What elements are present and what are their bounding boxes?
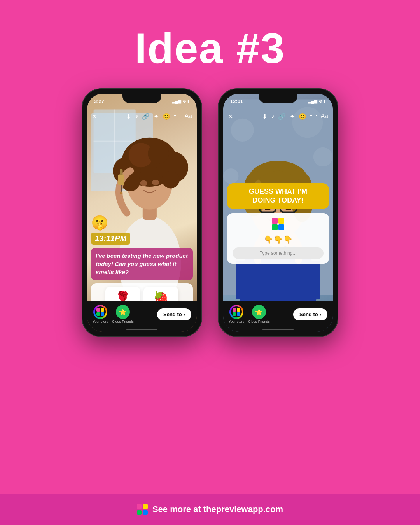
phone-2-bottom-bar: Your story ⭐ Close Friends Send to › (223, 301, 333, 332)
phone-2-time: 12:01 (230, 98, 243, 104)
your-story-dest-2[interactable]: Your story (229, 305, 244, 324)
svg-rect-16 (120, 169, 122, 175)
svg-point-23 (223, 168, 238, 184)
logo-pink (272, 218, 278, 224)
send-to-button-1[interactable]: Send to › (157, 308, 191, 320)
squiggle-icon-2[interactable]: 〰 (310, 113, 317, 120)
phone-2-wrapper: 12:01 ▂▄▆ ⊙ ▮ ✕ ⬇ ♪ 🔗 ✦ 😊 (218, 88, 338, 337)
your-story-circle (93, 305, 107, 319)
guess-line-1: GUESS WHAT I'M (233, 187, 324, 196)
chevron-right-icon: › (184, 312, 185, 317)
footer: See more at thepreviewapp.com (0, 494, 420, 525)
your-story-label-2: Your story (229, 320, 244, 324)
home-indicator-1 (126, 329, 158, 330)
question-box: 👇👇👇 Type something... (227, 213, 329, 264)
page-title: Idea #3 (135, 23, 285, 73)
text-icon-2[interactable]: Aa (320, 113, 328, 120)
link-icon[interactable]: 🔗 (142, 113, 150, 120)
wifi-icon-2: ⊙ (319, 99, 322, 103)
phone-1-inner: 3:27 ▂▄▆ ⊙ ▮ ✕ ⬇ ♪ 🔗 ✦ 😊 (87, 94, 197, 332)
phones-container: 3:27 ▂▄▆ ⊙ ▮ ✕ ⬇ ♪ 🔗 ✦ 😊 (82, 88, 338, 525)
star-icon-2: ⭐ (255, 308, 263, 316)
music-icon-2[interactable]: ♪ (271, 113, 274, 120)
signal-icon-2: ▂▄▆ (308, 99, 317, 103)
close-friends-dest-2[interactable]: ⭐ Close Friends (248, 305, 270, 324)
sticker-icon[interactable]: 😊 (163, 113, 170, 120)
time-badge: 13:11PM (91, 233, 130, 245)
phone-1-time: 3:27 (94, 98, 104, 104)
effects-icon-2[interactable]: ✦ (290, 113, 295, 120)
svg-point-13 (140, 180, 147, 186)
logo-q3 (96, 312, 100, 316)
footer-logo-yellow (143, 504, 148, 509)
logo-q2 (101, 308, 104, 312)
phone-2-status-icons: ▂▄▆ ⊙ ▮ (308, 99, 326, 103)
text-icon[interactable]: Aa (184, 113, 192, 120)
footer-logo-pink (137, 504, 142, 509)
close-friends-label-2: Close Friends (248, 320, 270, 324)
phone-2-notch (259, 94, 298, 103)
phone-1-story-toolbar: ✕ ⬇ ♪ 🔗 ✦ 😊 〰 Aa (87, 109, 197, 123)
logo-q4 (101, 312, 104, 316)
svg-rect-15 (118, 174, 124, 185)
battery-icon-2: ▮ (324, 99, 326, 103)
download-icon[interactable]: ⬇ (126, 113, 131, 120)
footer-text: See more at thepreviewapp.com (152, 504, 283, 514)
your-story-circle-2 (229, 305, 243, 319)
logo-yellow (278, 218, 284, 224)
squiggle-icon[interactable]: 〰 (174, 113, 180, 120)
svg-point-18 (120, 192, 122, 194)
phone-1: 3:27 ▂▄▆ ⊙ ▮ ✕ ⬇ ♪ 🔗 ✦ 😊 (82, 88, 202, 337)
story-destinations-2: Your story ⭐ Close Friends (229, 305, 270, 324)
footer-logo-green (137, 510, 142, 515)
your-story-dest[interactable]: Your story (93, 305, 108, 324)
type-something-input[interactable]: Type something... (233, 247, 324, 259)
toolbar-icons-2: ⬇ ♪ 🔗 ✦ 😊 〰 Aa (262, 113, 328, 120)
guess-badge: GUESS WHAT I'M DOING TODAY! (227, 183, 329, 209)
emoji-sticker: 🤫 (91, 215, 193, 231)
star-icon: ⭐ (119, 308, 127, 316)
pointing-emojis: 👇👇👇 (233, 235, 324, 244)
sticker-icon-2[interactable]: 😊 (299, 113, 306, 120)
svg-point-10 (148, 143, 169, 164)
close-friends-dest[interactable]: ⭐ Close Friends (112, 305, 134, 324)
logo-green (272, 224, 278, 230)
home-indicator-2 (262, 329, 294, 330)
logo-blue (278, 224, 284, 230)
phone-2-story-toolbar: ✕ ⬇ ♪ 🔗 ✦ 😊 〰 Aa (223, 109, 333, 123)
phone-1-wrapper: 3:27 ▂▄▆ ⊙ ▮ ✕ ⬇ ♪ 🔗 ✦ 😊 (82, 88, 202, 337)
svg-point-22 (313, 147, 332, 166)
toolbar-icons-1: ⬇ ♪ 🔗 ✦ 😊 〰 Aa (126, 113, 192, 120)
svg-point-14 (152, 180, 159, 185)
link-icon-2[interactable]: 🔗 (278, 113, 286, 120)
effects-icon[interactable]: ✦ (154, 113, 159, 120)
svg-rect-25 (236, 261, 320, 299)
footer-logo (137, 504, 148, 515)
phone-1-overlay: 🤫 13:11PM I've been testing the new prod… (87, 215, 197, 312)
wifi-icon: ⊙ (183, 99, 186, 103)
phone-1-bottom-bar: Your story ⭐ Close Friends Send to › (87, 301, 197, 332)
download-icon-2[interactable]: ⬇ (262, 113, 267, 120)
music-icon[interactable]: ♪ (135, 113, 138, 120)
footer-logo-blue (143, 510, 148, 515)
guess-line-2: DOING TODAY! (233, 196, 324, 205)
phone-2-inner: 12:01 ▂▄▆ ⊙ ▮ ✕ ⬇ ♪ 🔗 ✦ 😊 (223, 94, 333, 332)
send-to-button-2[interactable]: Send to › (293, 308, 327, 320)
close-icon-2[interactable]: ✕ (228, 113, 233, 120)
phone-2-overlay: GUESS WHAT I'M DOING TODAY! 👇 (223, 183, 333, 264)
close-friends-circle-2: ⭐ (252, 305, 266, 319)
svg-point-12 (162, 171, 179, 188)
chevron-right-icon-2: › (320, 312, 321, 317)
close-icon[interactable]: ✕ (92, 113, 97, 120)
story-text-box: I've been testing the new product today!… (91, 248, 193, 280)
question-logo-wrapper (233, 218, 324, 233)
close-friends-label: Close Friends (112, 320, 134, 324)
phone-2: 12:01 ▂▄▆ ⊙ ▮ ✕ ⬇ ♪ 🔗 ✦ 😊 (218, 88, 338, 337)
preview-logo (272, 218, 284, 230)
story-logo (95, 306, 106, 317)
close-friends-circle: ⭐ (116, 305, 130, 319)
story-logo-2 (231, 306, 242, 317)
your-story-label: Your story (93, 320, 108, 324)
phone-1-notch (122, 94, 161, 103)
battery-icon: ▮ (187, 99, 190, 103)
